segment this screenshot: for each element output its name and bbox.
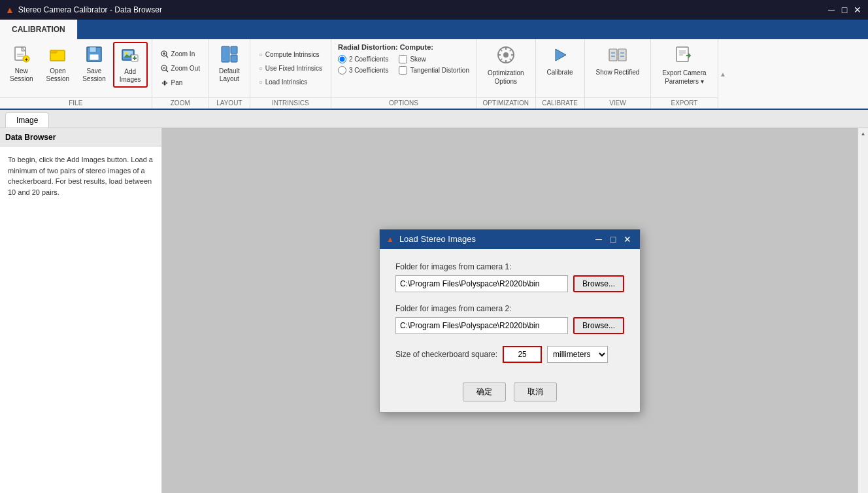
confirm-button[interactable]: 确定: [463, 382, 506, 401]
load-stereo-images-dialog: ▲ Load Stereo Images ─ □ ✕ Folder for im…: [379, 229, 641, 413]
content-area: ▲ Load Stereo Images ─ □ ✕ Folder for im…: [162, 128, 858, 493]
ribbon-content: ✦ NewSession OpenSession SaveSession: [0, 39, 868, 110]
scroll-up-button[interactable]: ▲: [860, 129, 867, 138]
load-intrinsics-label: Load Intrinsics: [265, 78, 307, 86]
open-session-button[interactable]: OpenSession: [41, 42, 76, 86]
optimization-icon: [496, 45, 516, 67]
modal-close-button[interactable]: ✕: [622, 233, 633, 245]
vertical-scrollbar[interactable]: ▲: [858, 128, 868, 493]
svg-rect-44: [676, 47, 688, 61]
tangential-distortion-label: Tangential Distortion: [410, 67, 469, 74]
compute-intrinsics-button[interactable]: ○ Compute Intrinsics: [254, 49, 324, 60]
modal-app-icon: ▲: [386, 235, 394, 244]
svg-text:✦: ✦: [24, 57, 28, 63]
optimization-label2: Options: [495, 78, 517, 85]
cancel-button[interactable]: 取消: [514, 382, 557, 401]
file-group-label: FILE: [0, 97, 152, 109]
modal-body: Folder for images from camera 1: Browse.…: [380, 249, 640, 376]
save-session-button[interactable]: SaveSession: [76, 42, 112, 86]
sidebar-content: To begin, click the Add Images button. L…: [0, 146, 161, 205]
title-bar: ▲ Stereo Camera Calibrator - Data Browse…: [0, 0, 868, 20]
new-session-icon: ✦: [12, 45, 31, 66]
add-images-label: AddImages: [120, 68, 141, 84]
calibrate-group-label: CALIBRATE: [536, 97, 584, 109]
ribbon-group-export: Export Camera Parameters ▾ EXPORT: [651, 39, 717, 109]
show-rectified-button[interactable]: Show Rectified: [589, 42, 647, 80]
zoom-in-button[interactable]: Zoom In: [156, 48, 200, 60]
zoom-out-button[interactable]: Zoom Out: [156, 63, 205, 75]
svg-rect-38: [609, 49, 617, 61]
ribbon-group-intrinsics: ○ Compute Intrinsics ○ Use Fixed Intrins…: [250, 39, 331, 109]
svg-rect-26: [231, 55, 237, 62]
options-group-label: OPTIONS: [331, 97, 476, 109]
intrinsics-group-label: INTRINSICS: [250, 97, 331, 109]
save-session-icon: [85, 45, 103, 66]
window-title: Stereo Camera Calibrator - Data Browser: [18, 5, 162, 14]
radio-2-coefficients[interactable]: 2 Coefficients: [338, 55, 388, 63]
zoom-group-label: ZOOM: [152, 97, 209, 109]
minimize-button[interactable]: ─: [826, 5, 837, 15]
show-rectified-label: Show Rectified: [596, 69, 640, 76]
svg-line-22: [166, 70, 168, 72]
tab-bar: Image: [0, 110, 868, 128]
optimization-options-button[interactable]: Optimization Options: [480, 42, 531, 89]
app-icon: ▲: [5, 5, 14, 15]
checkerboard-size-input[interactable]: [503, 346, 542, 363]
radial-distortion-title: Radial Distortion: Compute:: [338, 43, 433, 51]
tab-calibration[interactable]: CALIBRATION: [0, 20, 78, 39]
optimization-label1: Optimization: [488, 69, 524, 76]
ribbon-group-options: Radial Distortion: Compute: 2 Coefficien…: [331, 39, 476, 109]
instruction-text: To begin, click the Add Images button. L…: [8, 154, 154, 197]
image-tab[interactable]: Image: [5, 112, 49, 128]
modal-footer: 确定 取消: [380, 376, 640, 412]
checkerboard-size-row: Size of checkerboard square: millimeters…: [395, 346, 624, 363]
radio-3-coefficients[interactable]: 3 Coefficients: [338, 66, 388, 75]
calibrate-label: Calibrate: [547, 69, 573, 76]
calibrate-button[interactable]: Calibrate: [540, 42, 580, 80]
optimization-group-label: OPTIMIZATION: [476, 97, 535, 109]
modal-controls: ─ □ ✕: [593, 233, 633, 245]
svg-rect-25: [231, 46, 237, 54]
use-fixed-intrinsics-button[interactable]: ○ Use Fixed Intrinsics: [254, 63, 327, 74]
ribbon-scroll[interactable]: ▲: [718, 39, 728, 109]
export-group-label: EXPORT: [651, 97, 717, 109]
modal-minimize-button[interactable]: ─: [593, 233, 605, 245]
export-label2: Parameters ▾: [665, 78, 703, 85]
camera2-path-input[interactable]: [395, 317, 568, 334]
unit-select[interactable]: millimeters centimeters inches: [547, 346, 608, 363]
radio-3-label: 3 Coefficients: [349, 67, 388, 74]
maximize-button[interactable]: □: [839, 5, 850, 15]
camera1-path-input[interactable]: [395, 275, 568, 292]
view-group-label: VIEW: [585, 97, 651, 109]
camera1-label: Folder for images from camera 1:: [395, 262, 624, 271]
camera2-label: Folder for images from camera 2:: [395, 304, 624, 313]
skew-checkbox[interactable]: Skew: [399, 55, 469, 63]
calibrate-icon: [550, 45, 570, 67]
modal-titlebar: ▲ Load Stereo Images ─ □ ✕: [380, 230, 640, 249]
svg-rect-9: [90, 54, 99, 60]
svg-marker-37: [556, 49, 566, 61]
add-images-button[interactable]: AddImages: [113, 42, 148, 88]
pan-label: Pan: [171, 79, 183, 86]
svg-point-28: [503, 52, 509, 58]
load-intrinsics-button[interactable]: ○ Load Intrinsics: [254, 76, 312, 88]
export-camera-params-button[interactable]: Export Camera Parameters ▾: [655, 42, 713, 89]
save-session-label: SaveSession: [82, 67, 106, 83]
default-layout-label: DefaultLayout: [219, 67, 240, 83]
close-button[interactable]: ✕: [852, 5, 863, 15]
modal-overlay: ▲ Load Stereo Images ─ □ ✕ Folder for im…: [162, 128, 858, 493]
open-session-icon: [48, 45, 67, 66]
tangential-distortion-checkbox[interactable]: Tangential Distortion: [399, 66, 469, 75]
ribbon-group-zoom: Zoom In Zoom Out Pan ZOOM: [152, 39, 209, 109]
ribbon-group-view: Show Rectified VIEW: [585, 39, 652, 109]
new-session-button[interactable]: ✦ NewSession: [4, 42, 39, 86]
camera1-browse-button[interactable]: Browse...: [573, 275, 624, 292]
use-fixed-intrinsics-label: Use Fixed Intrinsics: [265, 65, 322, 72]
main-layout: Data Browser To begin, click the Add Ima…: [0, 128, 868, 493]
size-label: Size of checkerboard square:: [395, 350, 497, 359]
modal-restore-button[interactable]: □: [607, 233, 619, 245]
compute-intrinsics-label: Compute Intrinsics: [265, 51, 320, 58]
camera2-browse-button[interactable]: Browse...: [573, 317, 624, 334]
default-layout-button[interactable]: DefaultLayout: [213, 42, 246, 86]
pan-button[interactable]: Pan: [156, 77, 188, 89]
